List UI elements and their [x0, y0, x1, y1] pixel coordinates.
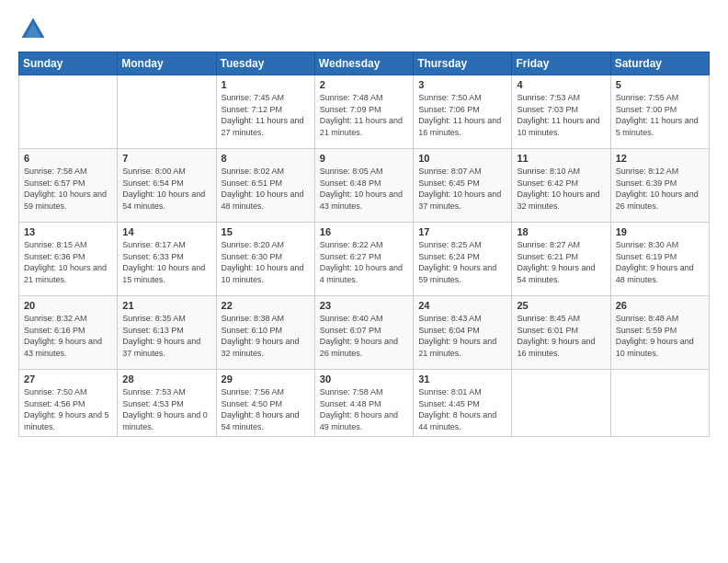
day-info: Sunrise: 7:45 AM Sunset: 7:12 PM Dayligh… [222, 92, 310, 138]
day-info: Sunrise: 7:53 AM Sunset: 4:53 PM Dayligh… [122, 386, 210, 432]
day-info: Sunrise: 8:17 AM Sunset: 6:33 PM Dayligh… [122, 239, 210, 285]
day-number: 10 [418, 153, 506, 164]
day-number: 23 [320, 300, 408, 311]
day-number: 27 [24, 373, 112, 385]
day-cell: 30Sunrise: 7:58 AM Sunset: 4:48 PM Dayli… [314, 370, 413, 437]
day-info: Sunrise: 8:27 AM Sunset: 6:21 PM Dayligh… [517, 239, 605, 285]
day-cell: 31Sunrise: 8:01 AM Sunset: 4:45 PM Dayli… [414, 370, 512, 437]
day-info: Sunrise: 8:38 AM Sunset: 6:10 PM Dayligh… [222, 313, 310, 359]
day-cell: 3Sunrise: 7:50 AM Sunset: 7:06 PM Daylig… [414, 75, 512, 149]
day-info: Sunrise: 8:12 AM Sunset: 6:39 PM Dayligh… [616, 166, 704, 212]
header-cell-friday: Friday [512, 52, 610, 75]
day-cell: 18Sunrise: 8:27 AM Sunset: 6:21 PM Dayli… [512, 223, 610, 296]
day-cell: 8Sunrise: 8:02 AM Sunset: 6:51 PM Daylig… [216, 149, 314, 223]
day-cell: 25Sunrise: 8:45 AM Sunset: 6:01 PM Dayli… [512, 296, 610, 370]
header-cell-thursday: Thursday [414, 52, 512, 75]
day-cell: 22Sunrise: 8:38 AM Sunset: 6:10 PM Dayli… [216, 296, 314, 370]
day-info: Sunrise: 7:55 AM Sunset: 7:00 PM Dayligh… [616, 92, 704, 138]
header-cell-sunday: Sunday [19, 52, 118, 75]
day-cell: 19Sunrise: 8:30 AM Sunset: 6:19 PM Dayli… [610, 223, 709, 296]
day-number: 13 [24, 226, 112, 237]
week-row-0: 1Sunrise: 7:45 AM Sunset: 7:12 PM Daylig… [19, 75, 710, 149]
day-cell: 9Sunrise: 8:05 AM Sunset: 6:48 PM Daylig… [314, 149, 413, 223]
day-info: Sunrise: 8:02 AM Sunset: 6:51 PM Dayligh… [222, 166, 310, 212]
day-info: Sunrise: 7:53 AM Sunset: 7:03 PM Dayligh… [517, 92, 605, 138]
day-cell [610, 370, 709, 437]
header-row: SundayMondayTuesdayWednesdayThursdayFrid… [19, 52, 710, 75]
day-cell: 5Sunrise: 7:55 AM Sunset: 7:00 PM Daylig… [610, 75, 709, 149]
day-number: 28 [122, 373, 210, 385]
day-cell: 1Sunrise: 7:45 AM Sunset: 7:12 PM Daylig… [216, 75, 314, 149]
day-info: Sunrise: 8:00 AM Sunset: 6:54 PM Dayligh… [122, 166, 210, 212]
day-cell [118, 75, 216, 149]
day-cell: 6Sunrise: 7:58 AM Sunset: 6:57 PM Daylig… [19, 149, 118, 223]
day-cell: 12Sunrise: 8:12 AM Sunset: 6:39 PM Dayli… [610, 149, 709, 223]
day-info: Sunrise: 8:22 AM Sunset: 6:27 PM Dayligh… [320, 239, 408, 285]
day-number: 29 [222, 373, 310, 385]
day-number: 1 [222, 79, 310, 90]
day-cell: 7Sunrise: 8:00 AM Sunset: 6:54 PM Daylig… [118, 149, 216, 223]
day-number: 7 [122, 153, 210, 164]
day-number: 22 [222, 300, 310, 311]
day-number: 18 [517, 226, 605, 237]
logo [18, 15, 51, 44]
week-row-3: 20Sunrise: 8:32 AM Sunset: 6:16 PM Dayli… [19, 296, 710, 370]
day-info: Sunrise: 7:50 AM Sunset: 7:06 PM Dayligh… [418, 92, 506, 138]
day-info: Sunrise: 8:15 AM Sunset: 6:36 PM Dayligh… [24, 239, 112, 285]
header-cell-monday: Monday [118, 52, 216, 75]
day-number: 21 [122, 300, 210, 311]
day-number: 30 [320, 373, 408, 385]
day-cell: 23Sunrise: 8:40 AM Sunset: 6:07 PM Dayli… [314, 296, 413, 370]
day-number: 15 [222, 226, 310, 237]
day-cell: 4Sunrise: 7:53 AM Sunset: 7:03 PM Daylig… [512, 75, 610, 149]
day-cell: 29Sunrise: 7:56 AM Sunset: 4:50 PM Dayli… [216, 370, 314, 437]
day-cell: 24Sunrise: 8:43 AM Sunset: 6:04 PM Dayli… [414, 296, 512, 370]
calendar-header: SundayMondayTuesdayWednesdayThursdayFrid… [19, 52, 710, 75]
day-number: 31 [418, 373, 506, 385]
day-info: Sunrise: 8:35 AM Sunset: 6:13 PM Dayligh… [122, 313, 210, 359]
day-cell: 11Sunrise: 8:10 AM Sunset: 6:42 PM Dayli… [512, 149, 610, 223]
week-row-2: 13Sunrise: 8:15 AM Sunset: 6:36 PM Dayli… [19, 223, 710, 296]
day-number: 16 [320, 226, 408, 237]
week-row-1: 6Sunrise: 7:58 AM Sunset: 6:57 PM Daylig… [19, 149, 710, 223]
calendar-table: SundayMondayTuesdayWednesdayThursdayFrid… [18, 52, 710, 437]
day-number: 19 [616, 226, 704, 237]
day-cell: 21Sunrise: 8:35 AM Sunset: 6:13 PM Dayli… [118, 296, 216, 370]
day-info: Sunrise: 8:43 AM Sunset: 6:04 PM Dayligh… [418, 313, 506, 359]
day-number: 9 [320, 153, 408, 164]
day-cell: 13Sunrise: 8:15 AM Sunset: 6:36 PM Dayli… [19, 223, 118, 296]
day-info: Sunrise: 8:40 AM Sunset: 6:07 PM Dayligh… [320, 313, 408, 359]
day-info: Sunrise: 7:58 AM Sunset: 6:57 PM Dayligh… [24, 166, 112, 212]
week-row-4: 27Sunrise: 7:50 AM Sunset: 4:56 PM Dayli… [19, 370, 710, 437]
calendar-body: 1Sunrise: 7:45 AM Sunset: 7:12 PM Daylig… [19, 75, 710, 437]
header-cell-wednesday: Wednesday [314, 52, 413, 75]
day-number: 12 [616, 153, 704, 164]
day-number: 2 [320, 79, 408, 90]
day-number: 17 [418, 226, 506, 237]
day-cell: 28Sunrise: 7:53 AM Sunset: 4:53 PM Dayli… [118, 370, 216, 437]
day-number: 25 [517, 300, 605, 311]
day-info: Sunrise: 8:20 AM Sunset: 6:30 PM Dayligh… [222, 239, 310, 285]
day-cell: 17Sunrise: 8:25 AM Sunset: 6:24 PM Dayli… [414, 223, 512, 296]
day-number: 4 [517, 79, 605, 90]
day-info: Sunrise: 7:50 AM Sunset: 4:56 PM Dayligh… [24, 386, 112, 432]
day-cell: 20Sunrise: 8:32 AM Sunset: 6:16 PM Dayli… [19, 296, 118, 370]
day-number: 6 [24, 153, 112, 164]
day-cell [512, 370, 610, 437]
day-number: 8 [222, 153, 310, 164]
logo-icon [18, 15, 48, 44]
day-number: 24 [418, 300, 506, 311]
day-info: Sunrise: 8:32 AM Sunset: 6:16 PM Dayligh… [24, 313, 112, 359]
day-info: Sunrise: 8:01 AM Sunset: 4:45 PM Dayligh… [418, 386, 506, 432]
day-cell [19, 75, 118, 149]
day-number: 20 [24, 300, 112, 311]
day-info: Sunrise: 8:05 AM Sunset: 6:48 PM Dayligh… [320, 166, 408, 212]
day-info: Sunrise: 7:58 AM Sunset: 4:48 PM Dayligh… [320, 386, 408, 432]
calendar-page: SundayMondayTuesdayWednesdayThursdayFrid… [0, 0, 728, 563]
day-number: 3 [418, 79, 506, 90]
day-info: Sunrise: 8:45 AM Sunset: 6:01 PM Dayligh… [517, 313, 605, 359]
day-info: Sunrise: 8:48 AM Sunset: 5:59 PM Dayligh… [616, 313, 704, 359]
day-number: 26 [616, 300, 704, 311]
day-info: Sunrise: 8:25 AM Sunset: 6:24 PM Dayligh… [418, 239, 506, 285]
day-number: 14 [122, 226, 210, 237]
